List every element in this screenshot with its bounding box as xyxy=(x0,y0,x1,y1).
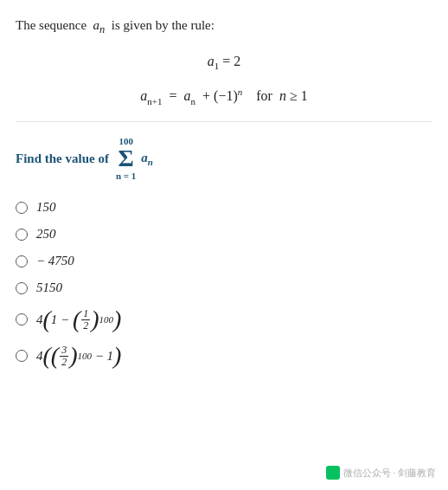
formula1: a1 = 2 xyxy=(16,54,432,71)
option-250[interactable]: 250 xyxy=(16,227,432,242)
find-label: Find the value of xyxy=(16,152,109,166)
section-divider xyxy=(16,121,432,122)
sigma-symbol: Σ xyxy=(118,146,133,171)
radio-neg4750[interactable] xyxy=(16,255,28,268)
sigma-block: 100 Σ n = 1 xyxy=(116,136,136,181)
radio-complex2[interactable] xyxy=(16,350,28,362)
radio-complex1[interactable] xyxy=(16,313,28,326)
option-complex1[interactable]: 4(1 − ( 1 2 )100 ) xyxy=(16,307,432,332)
radio-150[interactable] xyxy=(16,202,28,214)
option-neg4750-label: − 4750 xyxy=(36,254,74,268)
find-row: Find the value of 100 Σ n = 1 an xyxy=(16,136,432,181)
intro-text: The sequence an is given by the rule: xyxy=(16,16,432,38)
radio-5150[interactable] xyxy=(16,282,28,294)
options-list: 150 250 − 4750 5150 4(1 − ( 1 2 )100 ) xyxy=(16,200,432,368)
option-5150[interactable]: 5150 xyxy=(16,280,432,295)
sigma-bottom: n = 1 xyxy=(116,171,136,181)
option-150[interactable]: 150 xyxy=(16,200,432,215)
option-neg4750[interactable]: − 4750 xyxy=(16,254,432,268)
wechat-icon xyxy=(326,466,340,480)
formula2-eq: an+1 = an + (−1)n for n ≥ 1 xyxy=(140,87,307,106)
radio-250[interactable] xyxy=(16,229,28,241)
option-complex2-label: 4( ( 3 2 )100 − 1) xyxy=(36,344,121,368)
sigma-expr: an xyxy=(141,151,153,167)
seq-var: an xyxy=(93,18,106,32)
option-5150-label: 5150 xyxy=(36,280,62,295)
option-150-label: 150 xyxy=(36,200,56,215)
watermark: 微信公众号 · 剑藤教育 xyxy=(326,466,436,480)
formula2: an+1 = an + (−1)n for n ≥ 1 xyxy=(16,87,432,106)
option-complex2[interactable]: 4( ( 3 2 )100 − 1) xyxy=(16,344,432,368)
watermark-text: 微信公众号 · 剑藤教育 xyxy=(343,467,436,480)
formula1-eq: a1 = 2 xyxy=(208,54,241,71)
option-250-label: 250 xyxy=(36,227,56,242)
option-complex1-label: 4(1 − ( 1 2 )100 ) xyxy=(36,307,121,332)
